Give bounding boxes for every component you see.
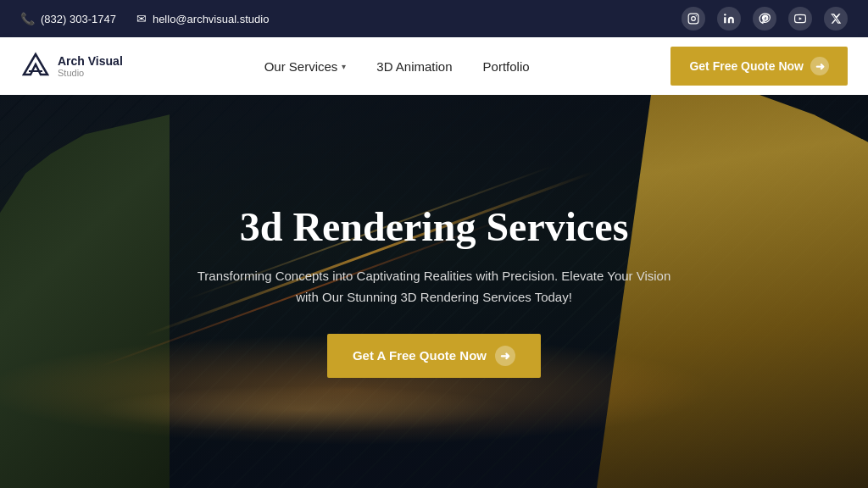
linkedin-icon[interactable]: [717, 7, 741, 30]
pinterest-icon[interactable]: [753, 7, 776, 30]
svg-marker-5: [799, 17, 802, 20]
svg-point-4: [724, 14, 726, 15]
email-contact: ✉ hello@archvisual.studio: [136, 12, 270, 25]
logo-icon: [20, 51, 51, 81]
svg-point-1: [692, 17, 696, 21]
top-bar: 📞 (832) 303-1747 ✉ hello@archvisual.stud…: [0, 0, 868, 37]
phone-contact: 📞 (832) 303-1747: [20, 12, 116, 25]
phone-icon: 📞: [20, 12, 35, 25]
top-bar-left: 📞 (832) 303-1747 ✉ hello@archvisual.stud…: [20, 12, 269, 25]
hero-subtitle: Transforming Concepts into Captivating R…: [197, 265, 671, 308]
svg-rect-0: [688, 14, 698, 24]
nav-cta-label: Get Free Quote Now: [689, 59, 804, 73]
hero-content: 3d Rendering Services Transforming Conce…: [180, 188, 688, 395]
hero-cta-arrow-icon: ➜: [495, 346, 515, 366]
hero-cta-button[interactable]: Get A Free Quote Now ➜: [327, 334, 541, 378]
logo[interactable]: Arch Visual Studio: [20, 51, 123, 81]
brand-name: Arch Visual: [58, 54, 123, 69]
brand-sub: Studio: [58, 68, 123, 78]
chevron-down-icon: ▾: [342, 62, 346, 71]
instagram-icon[interactable]: [682, 7, 705, 30]
nav-cta-button[interactable]: Get Free Quote Now ➜: [670, 47, 848, 86]
logo-text-block: Arch Visual Studio: [58, 54, 123, 79]
hero-cta-label: Get A Free Quote Now: [353, 348, 487, 363]
nav-cta-arrow-icon: ➜: [810, 57, 829, 75]
twitter-icon[interactable]: [824, 7, 848, 30]
svg-rect-3: [724, 17, 726, 23]
phone-number: (832) 303-1747: [41, 13, 116, 25]
hero-section: 3d Rendering Services Transforming Conce…: [0, 95, 868, 488]
email-icon: ✉: [136, 12, 147, 25]
nav-links: Our Services ▾ 3D Animation Portfolio: [264, 59, 530, 74]
social-links: [682, 7, 848, 30]
svg-point-2: [696, 15, 697, 16]
nav-link-services[interactable]: Our Services ▾: [264, 59, 347, 74]
nav-link-animation[interactable]: 3D Animation: [376, 59, 452, 74]
hero-title: 3d Rendering Services: [197, 205, 671, 250]
email-address: hello@archvisual.studio: [153, 13, 270, 25]
navbar: Arch Visual Studio Our Services ▾ 3D Ani…: [0, 37, 868, 95]
nav-link-portfolio[interactable]: Portfolio: [483, 59, 530, 74]
youtube-icon[interactable]: [788, 7, 812, 30]
